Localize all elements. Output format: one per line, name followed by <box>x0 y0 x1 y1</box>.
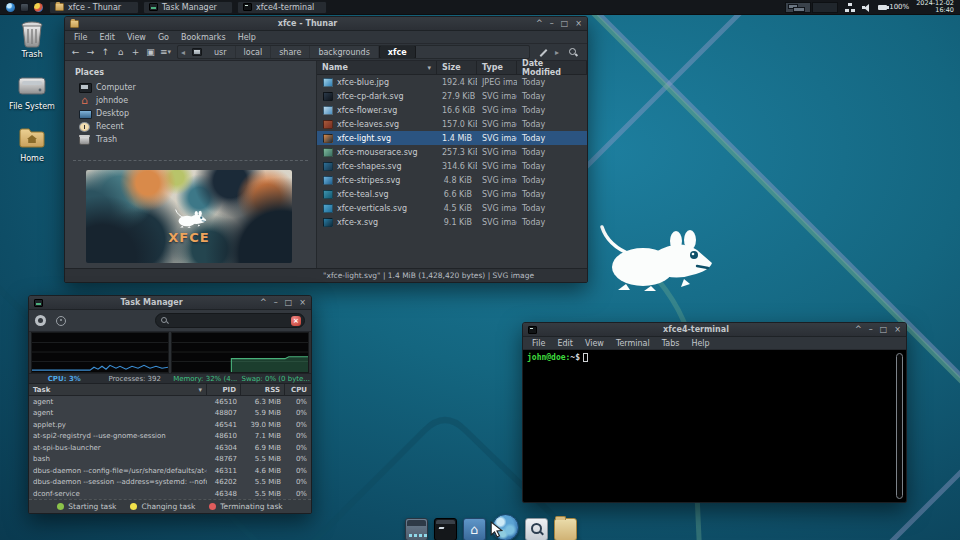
thunar-menu-go[interactable]: Go <box>153 32 174 43</box>
process-row[interactable]: agent488075.9 MiB0% <box>29 408 311 420</box>
sidebar-item-computer[interactable]: Computer <box>73 81 308 94</box>
process-row[interactable]: applet.py4654139.0 MiB0% <box>29 419 311 431</box>
file-row[interactable]: xfce-x.svg9.1 KiBSVG imageToday <box>317 215 587 229</box>
thunar-menu-file[interactable]: File <box>69 32 92 43</box>
column-name[interactable]: Name▾ <box>317 61 437 75</box>
path-segment-usr[interactable]: usr <box>206 45 236 59</box>
dock-search-button[interactable] <box>525 518 548 540</box>
process-row[interactable]: agent465106.3 MiB0% <box>29 396 311 408</box>
column-date-modified[interactable]: Date Modified <box>517 61 587 75</box>
task-manager-titlebar[interactable]: Task Manager ^–□× <box>29 296 311 310</box>
dock-terminal-button[interactable] <box>434 518 457 540</box>
computer-icon[interactable] <box>192 48 202 56</box>
dock-files-button[interactable] <box>554 518 577 540</box>
column-size[interactable]: Size <box>437 61 477 75</box>
thunar-menu-edit[interactable]: Edit <box>94 32 120 43</box>
process-row[interactable]: dbus-daemon --config-file=/usr/share/def… <box>29 465 311 477</box>
sidebar-item-trash[interactable]: Trash <box>73 133 308 146</box>
window-shade-button[interactable]: ^ <box>260 299 267 307</box>
window-shade-button[interactable]: ^ <box>855 326 862 334</box>
window-maximize-button[interactable]: □ <box>561 20 569 28</box>
terminal-menu-tabs[interactable]: Tabs <box>657 338 685 349</box>
window-maximize-button[interactable]: □ <box>880 326 888 334</box>
sidebar-item-recent[interactable]: Recent <box>73 120 308 133</box>
workspace-1[interactable] <box>785 2 811 13</box>
window-minimize-button[interactable]: – <box>550 20 554 28</box>
gear-icon[interactable] <box>35 315 46 326</box>
path-segment-backgrounds[interactable]: backgrounds <box>310 45 378 59</box>
file-row[interactable]: xfce-mouserace.svg257.3 KiBSVG imageToda… <box>317 145 587 159</box>
file-row[interactable]: xfce-blue.jpg192.4 KiBJPEG imageToday <box>317 75 587 89</box>
path-scroll-left-icon[interactable]: ◂ <box>178 48 188 57</box>
terminal-menu-edit[interactable]: Edit <box>552 338 578 349</box>
terminal-titlebar[interactable]: xfce4-terminal ^–□× <box>523 323 906 337</box>
up-button[interactable]: ↑ <box>99 46 112 59</box>
desktop-icon-home[interactable]: Home <box>6 124 58 163</box>
column-pid[interactable]: PID <box>207 384 241 396</box>
window-minimize-button[interactable]: – <box>869 326 873 334</box>
thunar-menu-bookmarks[interactable]: Bookmarks <box>176 32 231 43</box>
new-tab-button[interactable]: + <box>129 46 142 59</box>
column-rss[interactable]: RSS <box>241 384 285 396</box>
desktop-icon-file-system[interactable]: File System <box>6 72 58 111</box>
window-close-button[interactable]: × <box>299 299 306 307</box>
forward-button[interactable]: → <box>84 46 97 59</box>
process-row[interactable]: bash487675.5 MiB0% <box>29 454 311 466</box>
sidebar-item-johndoe[interactable]: ⌂johndoe <box>73 94 308 107</box>
path-segment-xfce[interactable]: xfce <box>379 45 416 59</box>
network-icon[interactable] <box>845 3 855 12</box>
thunar-menu-view[interactable]: View <box>122 32 151 43</box>
terminal-screen[interactable]: john@doe:~$ <box>523 350 906 502</box>
terminal-menu-view[interactable]: View <box>580 338 609 349</box>
terminal-scrollbar[interactable] <box>896 353 903 499</box>
new-window-button[interactable]: ▣ <box>144 46 157 59</box>
file-row[interactable]: xfce-light.svg1.4 MiBSVG imageToday <box>317 131 587 145</box>
path-segment-share[interactable]: share <box>271 45 310 59</box>
identify-window-icon[interactable] <box>56 316 66 326</box>
show-desktop-icon[interactable] <box>20 3 29 12</box>
window-maximize-button[interactable]: □ <box>285 299 293 307</box>
file-row[interactable]: xfce-leaves.svg157.0 KiBSVG imageToday <box>317 117 587 131</box>
file-row[interactable]: xfce-verticals.svg4.5 KiBSVG imageToday <box>317 201 587 215</box>
launcher-icon[interactable] <box>34 3 43 12</box>
window-minimize-button[interactable]: – <box>274 299 278 307</box>
process-row[interactable]: at-spi-bus-launcher463046.9 MiB0% <box>29 442 311 454</box>
path-scroll-right-icon[interactable]: ▸ <box>552 48 562 57</box>
terminal-menu-terminal[interactable]: Terminal <box>611 338 655 349</box>
thunar-menu-help[interactable]: Help <box>233 32 261 43</box>
back-button[interactable]: ← <box>69 46 82 59</box>
terminal-menu-help[interactable]: Help <box>686 338 714 349</box>
sidebar-item-desktop[interactable]: Desktop <box>73 107 308 120</box>
path-segment-local[interactable]: local <box>236 45 272 59</box>
taskbar-button[interactable]: xfce4-terminal <box>237 1 327 14</box>
file-row[interactable]: xfce-cp-dark.svg27.9 KiBSVG imageToday <box>317 89 587 103</box>
volume-icon[interactable] <box>862 3 871 12</box>
file-row[interactable]: xfce-stripes.svg4.8 KiBSVG imageToday <box>317 173 587 187</box>
column-cpu[interactable]: CPU <box>285 384 311 396</box>
edit-path-icon[interactable] <box>538 48 547 57</box>
desktop-icon-trash[interactable]: Trash <box>6 20 58 59</box>
view-selector-button[interactable]: ≡▾ <box>159 46 172 59</box>
kill-process-icon[interactable]: × <box>291 316 301 326</box>
file-row[interactable]: xfce-teal.svg6.6 KiBSVG imageToday <box>317 187 587 201</box>
terminal-menu-file[interactable]: File <box>527 338 550 349</box>
taskbar-button[interactable]: Task Manager <box>143 1 233 14</box>
clock[interactable]: 2024-12-02 16:40 <box>916 0 954 14</box>
column-task[interactable]: Task▾ <box>29 384 207 396</box>
file-row[interactable]: xfce-shapes.svg314.6 KiBSVG imageToday <box>317 159 587 173</box>
applications-menu-icon[interactable] <box>6 3 15 12</box>
thunar-titlebar[interactable]: xfce - Thunar ^–□× <box>65 17 587 31</box>
home-button[interactable]: ⌂ <box>114 46 127 59</box>
file-row[interactable]: xfce-flower.svg16.6 KiBSVG imageToday <box>317 103 587 117</box>
search-icon[interactable] <box>568 47 579 58</box>
window-shade-button[interactable]: ^ <box>536 20 543 28</box>
battery-indicator[interactable]: 100% <box>878 3 909 11</box>
process-row[interactable]: at-spi2-registryd --use-gnome-session486… <box>29 431 311 443</box>
dock-home-button[interactable] <box>463 518 486 540</box>
column-type[interactable]: Type <box>477 61 517 75</box>
workspace-2[interactable] <box>812 2 838 13</box>
taskbar-button[interactable]: xfce - Thunar <box>49 1 139 14</box>
window-close-button[interactable]: × <box>575 20 582 28</box>
process-row[interactable]: dconf-service463485.5 MiB0% <box>29 488 311 499</box>
dock-show-desktop-button[interactable] <box>405 518 428 540</box>
